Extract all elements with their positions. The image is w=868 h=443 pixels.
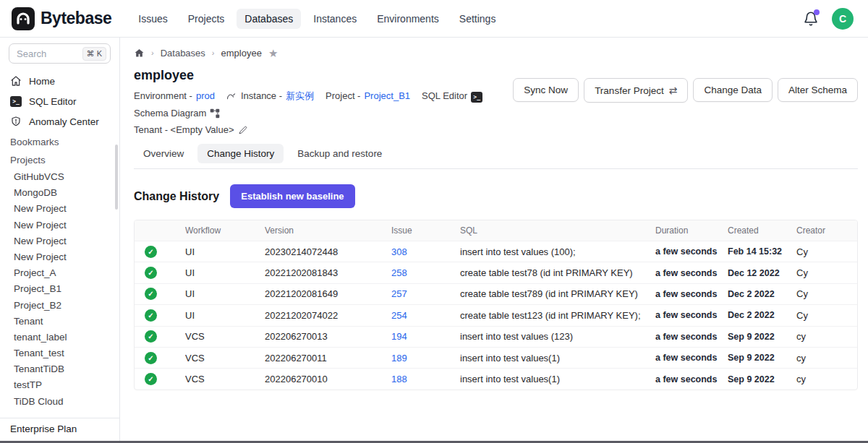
notification-dot	[814, 9, 820, 15]
transfer-project-button[interactable]: Transfer Project ⇄	[584, 78, 688, 103]
favorite-star-icon[interactable]: ★	[268, 48, 278, 59]
table-row[interactable]: ✓ UI 20221202081649 257 create table tes…	[135, 283, 857, 304]
change-data-button[interactable]: Change Data	[693, 78, 773, 102]
cell-creator: cy	[796, 331, 857, 342]
terminal-icon: >_	[10, 95, 22, 107]
column-header-creator: Creator	[796, 225, 857, 236]
meta-sql-editor[interactable]: SQL Editor >_	[422, 89, 482, 103]
project-item[interactable]: New Project	[0, 218, 119, 233]
sidebar: Search ⌘ K Home >_ SQL Editor Anomaly Ce…	[0, 38, 120, 443]
sidebar-item-sql-editor[interactable]: >_ SQL Editor	[0, 91, 119, 111]
sync-now-button[interactable]: Sync Now	[513, 78, 579, 102]
project-item[interactable]: New Project	[0, 249, 119, 265]
project-list: GitHubVCS MongoDB New Project New Projec…	[0, 169, 119, 410]
instance-link[interactable]: 新实例	[286, 89, 314, 103]
project-item[interactable]: TiDB Cloud	[0, 394, 119, 410]
project-item[interactable]: MongoDB	[0, 185, 119, 201]
project-item[interactable]: tenant_label	[0, 330, 119, 345]
project-item[interactable]: New Project	[0, 233, 119, 249]
table-row[interactable]: ✓ UI 20230214072448 308 insert into test…	[135, 241, 857, 262]
brand[interactable]: Bytebase	[12, 7, 111, 30]
project-item[interactable]: Project_B1	[0, 281, 119, 297]
success-check-icon: ✓	[145, 309, 157, 322]
nav-item-environments[interactable]: Environments	[369, 9, 447, 29]
cell-creator: cy	[796, 353, 857, 364]
meta-schema-diagram[interactable]: Schema Diagram	[134, 106, 220, 120]
cell-sql: create table test123 (id int PRIMARY KEY…	[460, 310, 655, 321]
meta-environment: Environment - prod	[134, 89, 215, 103]
issue-link[interactable]: 257	[391, 288, 460, 299]
establish-baseline-button[interactable]: Establish new baseline	[230, 184, 354, 208]
cell-version: 20230214072448	[265, 246, 391, 257]
issue-link[interactable]: 254	[391, 310, 460, 321]
cell-duration: a few seconds	[655, 268, 728, 278]
cell-version: 202206270010	[265, 374, 391, 384]
breadcrumb-separator: ›	[151, 48, 154, 57]
database-tabs: Overview Change History Backup and resto…	[134, 144, 858, 169]
nav-item-projects[interactable]: Projects	[180, 9, 233, 29]
database-meta: Environment - prod Instance - 新实例 Projec…	[134, 89, 513, 137]
page-title: employee	[134, 68, 513, 83]
breadcrumb-separator: ›	[212, 48, 215, 57]
cell-version: 202206270013	[265, 331, 391, 342]
project-item[interactable]: Tenant_test	[0, 345, 119, 361]
table-row[interactable]: ✓ VCS 202206270011 189 insert into test …	[135, 347, 857, 368]
sidebar-section-projects[interactable]: Projects	[0, 151, 119, 169]
project-item[interactable]: New Project	[0, 201, 119, 217]
nav-item-issues[interactable]: Issues	[130, 9, 175, 29]
cell-workflow: VCS	[185, 374, 265, 384]
breadcrumb-databases[interactable]: Databases	[161, 48, 205, 59]
search-input[interactable]: Search ⌘ K	[9, 43, 111, 64]
issue-link[interactable]: 188	[391, 374, 460, 384]
cell-creator: Cy	[796, 267, 857, 278]
success-check-icon: ✓	[145, 352, 157, 364]
issue-link[interactable]: 258	[391, 267, 460, 278]
avatar[interactable]: C	[832, 8, 854, 30]
nav-item-databases[interactable]: Databases	[237, 9, 301, 29]
sidebar-scrollbar[interactable]	[115, 145, 118, 210]
nav-item-settings[interactable]: Settings	[451, 9, 504, 29]
nav-item-instances[interactable]: Instances	[305, 9, 365, 29]
table-row[interactable]: ✓ VCS 202206270013 194 insert into test …	[135, 326, 857, 347]
issue-link[interactable]: 308	[391, 246, 460, 257]
schema-diagram-label: Schema Diagram	[134, 106, 206, 120]
cell-created: Dec 2 2022	[728, 289, 796, 299]
project-item[interactable]: GitHubVCS	[0, 169, 119, 185]
tab-backup-restore[interactable]: Backup and restore	[288, 144, 391, 163]
project-item[interactable]: TenantTiDB	[0, 361, 119, 377]
column-header-version: Version	[265, 225, 391, 236]
terminal-icon: >_	[471, 89, 482, 103]
table-row[interactable]: ✓ UI 20221202081843 258 create table tes…	[135, 262, 857, 283]
notification-bell-icon[interactable]	[803, 11, 819, 27]
environment-link[interactable]: prod	[196, 89, 215, 103]
project-item[interactable]: Project_B2	[0, 298, 119, 314]
issue-link[interactable]: 194	[391, 331, 460, 342]
issue-link[interactable]: 189	[391, 353, 460, 364]
success-check-icon: ✓	[145, 330, 157, 343]
tab-change-history[interactable]: Change History	[197, 144, 284, 163]
project-item[interactable]: testTP	[0, 377, 119, 393]
cell-workflow: VCS	[185, 331, 265, 342]
main-content: › Databases › employee ★ employee Enviro…	[120, 38, 868, 443]
enterprise-plan-footer[interactable]: Enterprise Plan	[0, 418, 119, 443]
schema-diagram-icon	[210, 108, 220, 119]
breadcrumb-home-icon[interactable]	[134, 48, 145, 59]
table-row[interactable]: ✓ UI 20221202074022 254 create table tes…	[135, 304, 857, 325]
sidebar-item-home[interactable]: Home	[0, 71, 119, 91]
project-item[interactable]: Project_A	[0, 265, 119, 281]
sidebar-item-anomaly-center[interactable]: Anomaly Center	[0, 111, 119, 132]
cell-duration: a few seconds	[655, 289, 728, 299]
tab-overview[interactable]: Overview	[134, 144, 193, 163]
breadcrumb: › Databases › employee ★	[134, 43, 858, 62]
alter-schema-button[interactable]: Alter Schema	[778, 78, 858, 102]
sidebar-section-bookmarks[interactable]: Bookmarks	[0, 132, 119, 151]
project-item[interactable]: Tenant	[0, 314, 119, 330]
project-link[interactable]: Project_B1	[364, 89, 410, 103]
table-row[interactable]: ✓ VCS 202206270010 188 insert into test …	[135, 368, 857, 389]
sql-editor-label: SQL Editor	[422, 89, 467, 103]
edit-pencil-icon[interactable]	[238, 125, 248, 135]
table-header-row: Workflow Version Issue SQL Duration Crea…	[135, 220, 857, 241]
breadcrumb-current[interactable]: employee	[221, 48, 262, 59]
column-header-created: Created	[728, 225, 796, 236]
cell-version: 202206270011	[265, 353, 391, 364]
